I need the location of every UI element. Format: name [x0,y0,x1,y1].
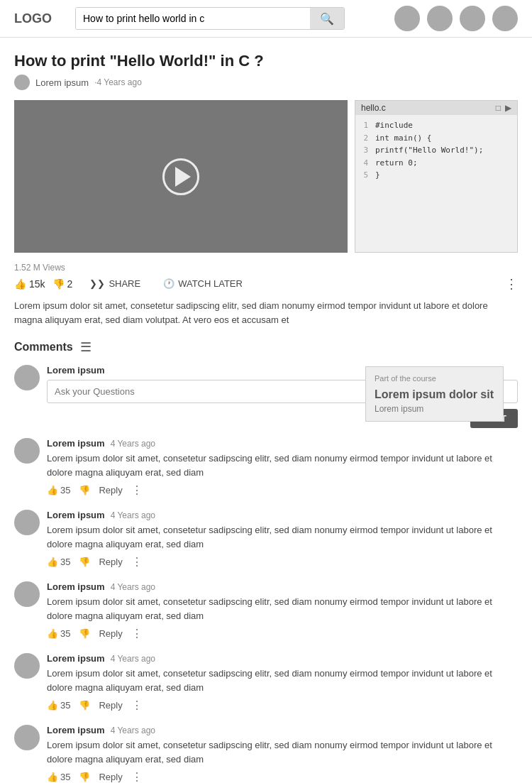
comment-like-count: 35 [60,485,70,495]
comment-meta: Lorem ipsum 4 Years ago [47,581,518,592]
comment-username: Lorem ipsum [47,438,105,449]
line-number: 3 [361,144,368,157]
author-name: Lorem ipsum [35,77,89,88]
comment-avatar [14,510,40,535]
logo: LOGO [14,11,64,26]
line-code: int main() { [375,132,431,145]
header-icon-3[interactable] [460,6,485,31]
comment-body: Lorem ipsum 4 Years ago Lorem ipsum dolo… [47,725,518,783]
search-input[interactable] [76,8,310,29]
comment-like-button[interactable]: 👍 35 [47,700,70,711]
comments-header: Comments ☰ [14,339,518,355]
comment-text: Lorem ipsum dolor sit amet, consetetur s… [47,523,518,551]
like-button[interactable]: 👍 15k [14,278,45,290]
code-line: 3 printf("Hello World!"); [361,144,511,157]
comment-dislike-button[interactable]: 👎 [79,700,90,711]
thumbs-up-icon: 👍 [47,557,58,567]
play-button[interactable] [162,158,199,195]
comment-body: Lorem ipsum 4 Years ago Lorem ipsum dolo… [47,653,518,712]
search-button[interactable]: 🔍 [310,8,344,29]
more-options-button[interactable]: ⋮ [505,276,518,292]
comment-avatar [14,581,40,607]
comment-like-button[interactable]: 👍 35 [47,772,70,782]
views-count: 1.52 M Views [14,263,518,273]
header-icon-4[interactable] [492,6,518,31]
line-code: printf("Hello World!"); [375,144,483,157]
description: Lorem ipsum dolor sit amet, consetetur s… [14,299,518,327]
comment-username: Lorem ipsum [47,725,105,735]
thumbs-down-icon: 👎 [79,557,90,567]
comment-text: Lorem ipsum dolor sit amet, consetetur s… [47,738,518,766]
video-panel[interactable] [14,100,348,253]
author-time: ·4 Years ago [94,77,142,87]
comment-footer: 👍 35 👎 Reply ⋮ [47,483,518,497]
code-line: 4 return 0; [361,157,511,170]
comment-dislike-button[interactable]: 👎 [79,557,90,567]
copy-icon[interactable]: □ [496,103,501,113]
comment-more-button[interactable]: ⋮ [131,483,143,497]
comment-body: Lorem ipsum 4 Years ago Lorem ipsum dolo… [47,510,518,569]
line-code: return 0; [375,157,418,170]
line-number: 4 [361,157,368,170]
expand-icon[interactable]: ▶ [505,103,511,113]
comment-item: Lorem ipsum 4 Years ago Lorem ipsum dolo… [14,725,518,783]
comment-meta: Lorem ipsum 4 Years ago [47,653,518,664]
code-filename: hello.c [361,103,386,113]
comment-like-button[interactable]: 👍 35 [47,485,70,495]
comment-dislike-button[interactable]: 👎 [79,485,90,495]
content-wrapper: hello.c □ ▶ 1#include2int main() {3 prin… [14,100,518,253]
comment-more-button[interactable]: ⋮ [131,770,143,783]
code-line: 5} [361,169,511,182]
comment-footer: 👍 35 👎 Reply ⋮ [47,770,518,783]
comment-more-button[interactable]: ⋮ [131,555,143,569]
reply-button[interactable]: Reply [99,700,122,711]
dislike-button[interactable]: 👎 2 [52,278,73,290]
thumbs-down-icon: 👎 [79,700,90,711]
line-code: } [375,169,380,182]
reply-button[interactable]: Reply [99,772,122,782]
comment-avatar [14,725,40,750]
reply-button[interactable]: Reply [99,485,122,495]
comment-item: Lorem ipsum 4 Years ago Lorem ipsum dolo… [14,581,518,640]
sort-icon[interactable]: ☰ [80,339,92,355]
code-header: hello.c □ ▶ [355,101,517,115]
code-header-icons: □ ▶ [496,103,511,113]
reply-button[interactable]: Reply [99,628,122,639]
header: LOGO 🔍 [0,0,532,38]
code-line: 1#include [361,119,511,132]
line-code: #include [375,119,413,132]
line-number: 5 [361,169,368,182]
comment-text: Lorem ipsum dolor sit amet, consetetur s… [47,667,518,694]
comment-dislike-button[interactable]: 👎 [79,772,90,782]
clock-icon: 🕐 [163,278,174,289]
comment-footer: 👍 35 👎 Reply ⋮ [47,699,518,712]
comment-like-button[interactable]: 👍 35 [47,628,70,639]
author-row: Lorem ipsum ·4 Years ago [14,75,518,90]
comment-username: Lorem ipsum [47,510,105,520]
header-icon-2[interactable] [427,6,453,31]
thumbs-up-icon: 👍 [47,700,58,711]
page-title: How to print "Hello World!" in C ? [14,52,518,70]
comment-more-button[interactable]: ⋮ [131,627,143,640]
like-count: 15k [29,278,45,290]
header-icon-1[interactable] [394,6,420,31]
line-number: 2 [361,132,368,145]
share-label: SHARE [109,278,140,289]
comment-username: Lorem ipsum [47,581,105,592]
comment-body: Lorem ipsum 4 Years ago Lorem ipsum dolo… [47,438,518,497]
course-panel: Part of the course Lorem ipsum dolor sit… [365,366,504,422]
comment-time: 4 Years ago [111,582,155,592]
thumbs-down-icon: 👎 [79,772,90,782]
course-label: Part of the course [375,374,494,383]
like-dislike-group: 👍 15k 👎 2 [14,278,72,290]
comment-username: Lorem ipsum [47,653,105,664]
comment-more-button[interactable]: ⋮ [131,699,143,712]
watch-later-button[interactable]: 🕐 WATCH LATER [157,275,248,292]
header-icons [394,6,518,31]
comments-title: Comments [14,341,73,354]
reply-button[interactable]: Reply [99,557,122,567]
comment-like-button[interactable]: 👍 35 [47,557,70,567]
comment-meta: Lorem ipsum 4 Years ago [47,725,518,735]
comment-dislike-button[interactable]: 👎 [79,628,90,639]
share-button[interactable]: ❯❯ SHARE [84,275,146,292]
